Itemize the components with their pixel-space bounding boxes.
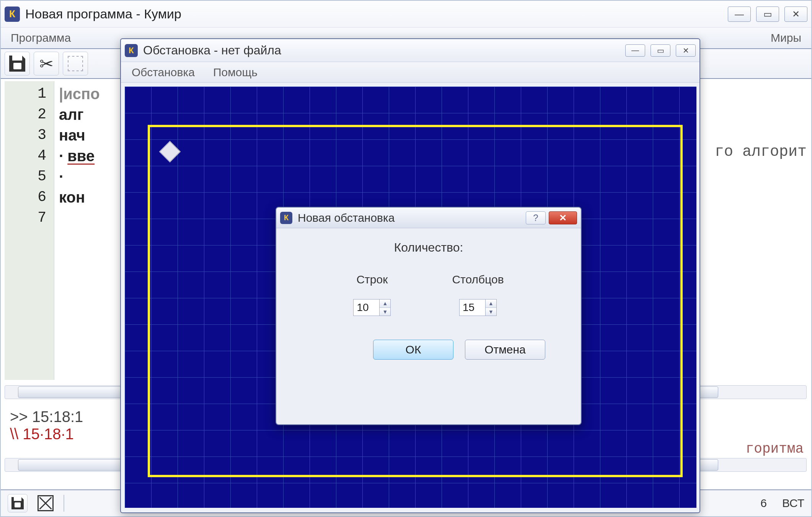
maximize-button[interactable]: ▭ xyxy=(756,7,779,22)
main-window-title: Новая программа - Кумир xyxy=(25,7,728,21)
line-number: 7 xyxy=(5,208,54,228)
kumir-app-icon: К xyxy=(5,7,20,22)
error-indicator-icon xyxy=(38,495,54,511)
console-prefix: \\ xyxy=(10,425,18,442)
dialog-title: Новая обстановка xyxy=(298,211,526,224)
cols-spinbox[interactable]: ▲ ▼ xyxy=(459,299,497,316)
maximize-button[interactable]: ▭ xyxy=(651,44,670,57)
paste-icon xyxy=(68,56,83,71)
line-number: 4 xyxy=(5,146,54,166)
save-icon xyxy=(11,497,24,509)
minimize-button[interactable]: — xyxy=(728,7,751,22)
kumir-app-icon: К xyxy=(280,212,292,224)
line-number: 2 xyxy=(5,104,54,125)
new-environment-dialog: К Новая обстановка ? ✕ Количество: Строк… xyxy=(276,207,582,425)
environment-menubar: Обстановка Помощь xyxy=(121,62,699,83)
cols-label: Столбцов xyxy=(452,273,504,286)
kumir-app-icon: К xyxy=(125,44,138,57)
console-prompt: >> xyxy=(10,408,28,425)
save-icon xyxy=(9,56,25,72)
close-button[interactable]: ✕ xyxy=(676,44,696,57)
environment-titlebar: К Обстановка - нет файла — ▭ ✕ xyxy=(121,39,699,62)
line-number-gutter: 1 2 3 4 5 6 7 xyxy=(5,81,54,380)
scissors-icon: ✂ xyxy=(39,54,54,74)
close-button[interactable]: ✕ xyxy=(784,7,807,22)
toolbar-save-button[interactable] xyxy=(5,52,30,75)
environment-window-controls: — ▭ ✕ xyxy=(625,44,696,57)
menu-help[interactable]: Помощь xyxy=(209,64,261,81)
rows-input[interactable] xyxy=(353,299,379,316)
toolbar-cut-button[interactable]: ✂ xyxy=(34,52,59,75)
cols-input[interactable] xyxy=(459,299,485,316)
spin-down-icon[interactable]: ▼ xyxy=(380,308,390,316)
spin-up-icon[interactable]: ▲ xyxy=(486,299,496,308)
truncated-text: горитма xyxy=(746,441,804,457)
main-titlebar: К Новая программа - Кумир — ▭ ✕ xyxy=(1,1,811,28)
cancel-button[interactable]: Отмена xyxy=(465,340,545,360)
rows-spinbox[interactable]: ▲ ▼ xyxy=(353,299,391,316)
rows-label: Строк xyxy=(356,273,388,286)
minimize-button[interactable]: — xyxy=(625,44,645,57)
line-number: 1 xyxy=(5,83,54,104)
menu-environment[interactable]: Обстановка xyxy=(128,64,199,81)
console-line: 15:18:1 xyxy=(32,408,83,425)
dialog-help-button[interactable]: ? xyxy=(526,211,546,224)
dialog-titlebar: К Новая обстановка ? ✕ xyxy=(276,208,581,228)
ok-button[interactable]: ОК xyxy=(373,340,453,360)
truncated-text: го алгорит xyxy=(715,143,807,160)
spin-up-icon[interactable]: ▲ xyxy=(380,299,390,308)
line-number: 3 xyxy=(5,125,54,146)
dialog-heading: Количество: xyxy=(394,241,463,255)
environment-window-title: Обстановка - нет файла xyxy=(143,43,625,57)
dialog-body: Количество: Строк ▲ ▼ Столбцов ▲ xyxy=(276,228,581,367)
menu-program[interactable]: Программа xyxy=(7,29,75,47)
dialog-close-button[interactable]: ✕ xyxy=(549,211,577,224)
line-number: 5 xyxy=(5,166,54,187)
statusbar-save-button[interactable] xyxy=(8,494,28,512)
toolbar-paste-button[interactable] xyxy=(63,52,88,75)
spin-down-icon[interactable]: ▼ xyxy=(486,308,496,316)
main-window-controls: — ▭ ✕ xyxy=(728,7,807,22)
status-column-number: 6 xyxy=(760,497,767,510)
line-number: 6 xyxy=(5,187,54,208)
menu-worlds[interactable]: Миры xyxy=(767,29,805,47)
console-line: 15·18·1 xyxy=(23,425,73,442)
status-insert-mode: ВСТ xyxy=(782,497,804,510)
